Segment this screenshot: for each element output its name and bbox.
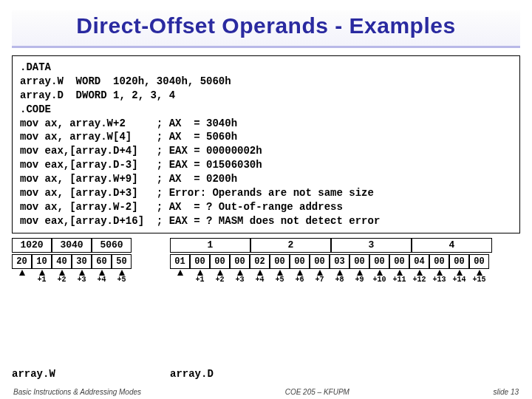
byte-cell: 20 [12, 254, 32, 269]
word-cell: 3040 [52, 238, 92, 253]
word-cell: 5060 [92, 238, 132, 253]
byte-cell: 03 [330, 254, 349, 269]
byte-cell: 50 [112, 254, 132, 269]
offset-label: +13 [429, 270, 449, 295]
offset-label: +14 [449, 270, 469, 295]
byte-cell: 02 [250, 254, 270, 269]
offset-label: +8 [330, 270, 349, 295]
memory-diagram: 1020304050601234 20104030605001000000020… [12, 238, 520, 295]
offset-label: +2 [52, 270, 72, 295]
slide-title: Direct-Offset Operands - Examples [12, 13, 520, 38]
offset-label: +4 [92, 270, 112, 295]
offset-label: +3 [72, 270, 92, 295]
offset-label: +2 [210, 270, 230, 295]
offset-label: +9 [349, 270, 369, 295]
word-cell: 1020 [12, 238, 52, 253]
offset-label: +6 [290, 270, 310, 295]
byte-cell: 00 [449, 254, 469, 269]
arrayD-label: array.D [170, 368, 214, 380]
footer-right: slide 13 [494, 388, 519, 396]
byte-row: 2010403060500100000002000000030000000400… [12, 254, 520, 269]
footer-mid: COE 205 – KFUPM [141, 388, 493, 396]
offset-label [170, 270, 190, 295]
byte-cell: 00 [190, 254, 210, 269]
slide-footer: Basic Instructions & Addressing Modes CO… [0, 388, 532, 396]
byte-cell: 10 [32, 254, 52, 269]
dword-cell: 1 [170, 238, 250, 253]
byte-cell: 00 [210, 254, 230, 269]
byte-cell: 30 [72, 254, 92, 269]
offset-label: +5 [270, 270, 290, 295]
byte-cell: 00 [369, 254, 389, 269]
byte-cell: 01 [170, 254, 190, 269]
offset-label: +15 [469, 270, 489, 295]
dword-cell: 4 [412, 238, 492, 253]
byte-cell: 00 [230, 254, 250, 269]
word-row: 1020304050601234 [12, 238, 520, 253]
byte-cell: 00 [290, 254, 310, 269]
byte-cell: 00 [429, 254, 449, 269]
slide-title-box: Direct-Offset Operands - Examples [12, 10, 520, 48]
arrayW-label: array.W [12, 368, 55, 380]
byte-cell: 00 [310, 254, 330, 269]
offset-label: +3 [230, 270, 250, 295]
offset-label: +11 [389, 270, 409, 295]
offset-label: +12 [409, 270, 429, 295]
offset-label: +7 [310, 270, 330, 295]
footer-left: Basic Instructions & Addressing Modes [13, 388, 141, 396]
byte-cell: 04 [409, 254, 429, 269]
offset-label [12, 270, 32, 295]
byte-cell: 00 [469, 254, 489, 269]
offset-row: +1+2+3+4+5+1+2+3+4+5+6+7+8+9+10+11+12+13… [12, 270, 520, 295]
code-listing: .DATA array.W WORD 1020h, 3040h, 5060h a… [12, 55, 520, 233]
offset-label: +4 [250, 270, 270, 295]
offset-label: +5 [112, 270, 132, 295]
offset-label: +1 [32, 270, 52, 295]
byte-cell: 00 [270, 254, 290, 269]
byte-cell: 00 [349, 254, 369, 269]
byte-cell: 00 [389, 254, 409, 269]
dword-cell: 2 [250, 238, 331, 253]
offset-label: +10 [369, 270, 389, 295]
byte-cell: 60 [92, 254, 112, 269]
byte-cell: 40 [52, 254, 72, 269]
dword-cell: 3 [331, 238, 412, 253]
offset-label: +1 [190, 270, 210, 295]
